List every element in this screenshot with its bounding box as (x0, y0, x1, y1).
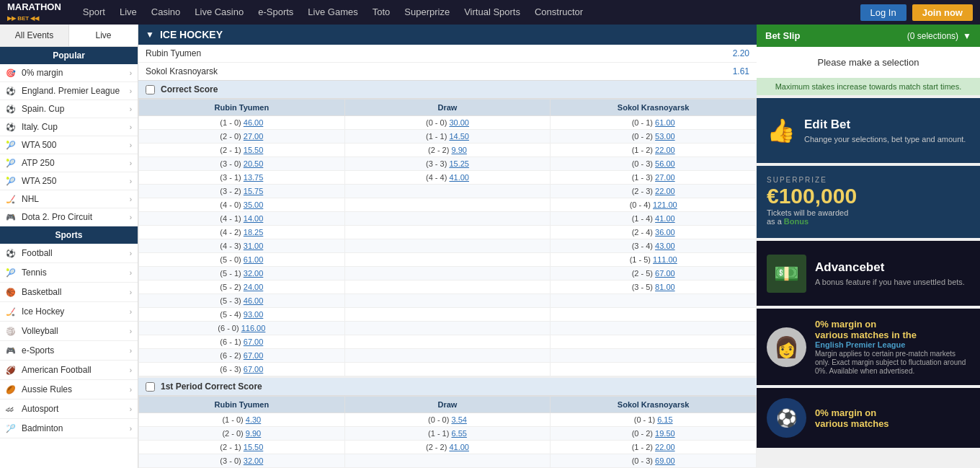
sidebar-item-american-football[interactable]: 🏈 American Football › (0, 361, 138, 380)
tab-live[interactable]: Live (69, 25, 138, 46)
odds-value[interactable]: 31.00 (244, 242, 264, 250)
selections-count: (0 selections) (907, 31, 958, 41)
odds-value[interactable]: 13.75 (244, 173, 264, 182)
odds-value[interactable]: 15.50 (244, 146, 264, 154)
odds-value[interactable]: 6.15 (657, 415, 672, 424)
sidebar-item-spain-cup[interactable]: ⚽ Spain. Cup › (0, 100, 138, 118)
odds-value[interactable]: 15.25 (449, 159, 469, 168)
nav-live-casino[interactable]: Live Casino (187, 0, 251, 25)
sidebar-item-volleyball[interactable]: 🏐 Volleyball › (0, 322, 138, 341)
odds-value[interactable]: 35.00 (244, 200, 264, 209)
correct-score-checkbox[interactable] (146, 85, 155, 94)
odds-value[interactable]: 81.00 (655, 283, 675, 291)
odds-value[interactable]: 27.00 (655, 173, 675, 182)
team2-odds[interactable]: 1.61 (733, 66, 749, 76)
nav-virtual-sports[interactable]: Virtual Sports (457, 0, 527, 25)
odds-value[interactable]: 9.90 (451, 146, 466, 154)
odds-value[interactable]: 3.54 (451, 415, 466, 424)
odds-value[interactable]: 14.00 (244, 214, 264, 223)
odds-value[interactable]: 67.00 (655, 269, 675, 278)
odds-value[interactable]: 30.00 (449, 118, 469, 127)
nav-sport[interactable]: Sport (76, 0, 112, 25)
odds-value[interactable]: 41.00 (449, 173, 469, 182)
odds-value[interactable]: 19.50 (655, 429, 675, 438)
odds-value[interactable]: 67.00 (244, 337, 264, 346)
sidebar-item-dota2[interactable]: 🎮 Dota 2. Pro Circuit › (0, 208, 138, 226)
login-button[interactable]: Log In (860, 4, 906, 21)
tab-all-events[interactable]: All Events (0, 25, 69, 46)
odds-value[interactable]: 15.75 (244, 187, 264, 195)
sidebar-item-0pct-margin[interactable]: 🎯 0% margin › (0, 64, 138, 82)
sidebar-item-aussie-rules[interactable]: 🏉 Aussie Rules › (0, 380, 138, 399)
sidebar-item-atp250[interactable]: 🎾 ATP 250 › (0, 154, 138, 172)
nav-esports[interactable]: e-Sports (251, 0, 300, 25)
sidebar-item-epl[interactable]: ⚽ England. Premier League › (0, 82, 138, 100)
nav-constructor[interactable]: Constructor (527, 0, 590, 25)
nav-casino[interactable]: Casino (144, 0, 187, 25)
sidebar-item-basketball[interactable]: 🏀 Basketball › (0, 283, 138, 302)
nav-superprize[interactable]: Superprize (397, 0, 457, 25)
odds-value[interactable]: 46.00 (244, 118, 264, 127)
odds-value[interactable]: 32.00 (244, 456, 264, 465)
odds-value[interactable]: 18.25 (244, 228, 264, 237)
odds-value[interactable]: 93.00 (244, 310, 264, 319)
collapse-button[interactable]: ▼ (146, 30, 154, 40)
odds-value[interactable]: 9.90 (246, 429, 261, 438)
odds-value[interactable]: 32.00 (244, 269, 264, 278)
score-label: (0 - 0) (428, 415, 451, 424)
odds-value[interactable]: 15.50 (244, 443, 264, 451)
odds-value[interactable]: 20.50 (244, 159, 264, 168)
odds-value[interactable]: 116.00 (241, 324, 266, 332)
odds-value[interactable]: 121.00 (653, 200, 677, 209)
sidebar-item-wta250[interactable]: 🎾 WTA 250 › (0, 172, 138, 190)
odds-value[interactable]: 67.00 (244, 351, 264, 360)
odds-value[interactable]: 22.00 (655, 187, 675, 195)
score-label: (3 - 4) (632, 242, 655, 250)
nav-live[interactable]: Live (112, 0, 144, 25)
odds-value[interactable]: 36.00 (655, 228, 675, 237)
advancebet-content: Advancebet A bonus feature if you have u… (815, 260, 965, 286)
sidebar-item-football[interactable]: ⚽ Football › (0, 244, 138, 263)
team1-odds[interactable]: 2.20 (733, 48, 749, 58)
odds-value[interactable]: 41.00 (449, 443, 469, 451)
score-label: (1 - 1) (428, 429, 451, 438)
sidebar-item-badminton[interactable]: 🏸 Badminton › (0, 419, 138, 438)
odds-value[interactable]: 69.00 (655, 456, 675, 465)
chevron-down-icon[interactable]: ▼ (963, 31, 971, 41)
table-row: (2 - 1) 15.50(2 - 2) 41.00(1 - 2) 22.00 (139, 441, 757, 454)
period-score-header: 1st Period Correct Score (138, 378, 757, 396)
sidebar-item-italy-cup[interactable]: ⚽ Italy. Cup › (0, 118, 138, 136)
sidebar-item-tennis[interactable]: 🎾 Tennis › (0, 263, 138, 283)
nav-toto[interactable]: Toto (365, 0, 398, 25)
odds-value[interactable]: 41.00 (655, 214, 675, 223)
odds-value[interactable]: 56.00 (655, 159, 675, 168)
period-score-checkbox[interactable] (146, 382, 155, 392)
odds-value[interactable]: 61.00 (655, 118, 675, 127)
score-label: (4 - 1) (220, 214, 243, 223)
odds-value[interactable]: 24.00 (244, 283, 264, 291)
odds-value[interactable]: 67.00 (244, 365, 264, 374)
odds-value[interactable]: 53.00 (655, 132, 675, 141)
margin-title3: 0% margin on (815, 407, 876, 418)
sidebar-item-nhl[interactable]: 🏒 NHL › (0, 190, 138, 208)
odds-value[interactable]: 61.00 (244, 255, 264, 264)
odds-value[interactable]: 4.30 (246, 415, 261, 424)
odds-value[interactable]: 22.00 (655, 146, 675, 154)
sidebar-item-ice-hockey[interactable]: 🏒 Ice Hockey › (0, 302, 138, 322)
odds-value[interactable]: 6.55 (451, 429, 466, 438)
sidebar-item-esports[interactable]: 🎮 e-Sports › (0, 341, 138, 361)
nav-live-games[interactable]: Live Games (300, 0, 365, 25)
arrow-icon: › (130, 123, 132, 131)
sidebar-item-wta500[interactable]: 🎾 WTA 500 › (0, 136, 138, 154)
odds-value[interactable]: 14.50 (449, 132, 469, 141)
odds-value[interactable]: 46.00 (244, 296, 264, 305)
sidebar-item-autosport[interactable]: 🏎 Autosport › (0, 399, 138, 419)
table-row: (4 - 3) 31.00(3 - 4) 43.00 (139, 239, 757, 253)
advancebet-card: 💵 Advancebet A bonus feature if you have… (757, 241, 980, 306)
odds-value[interactable]: 43.00 (655, 242, 675, 250)
odds-value[interactable]: 22.00 (655, 443, 675, 451)
odds-value[interactable]: 27.00 (244, 132, 264, 141)
odds-value[interactable]: 111.00 (653, 255, 677, 264)
join-button[interactable]: Join now (912, 4, 973, 21)
col-team1-header: Rubin Tyumen (139, 397, 345, 413)
